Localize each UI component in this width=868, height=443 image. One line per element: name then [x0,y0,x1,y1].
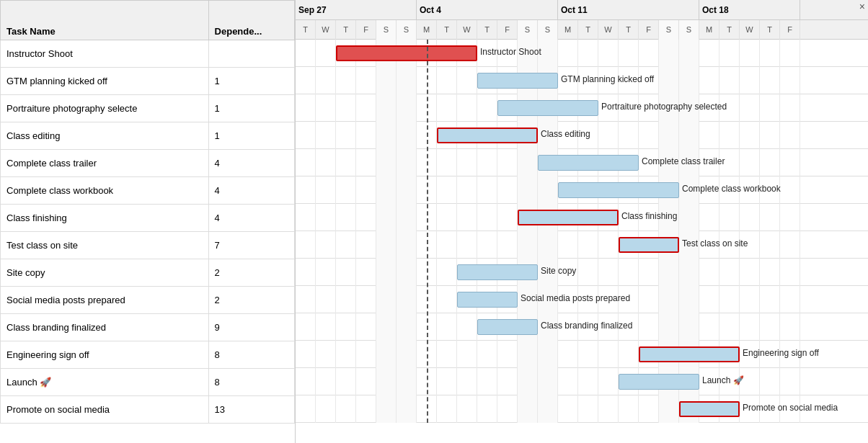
gantt-day-cell [598,341,619,368]
gantt-bar[interactable] [497,100,598,116]
gantt-day-cell [316,149,336,176]
gantt-day-cell [760,368,780,395]
gantt-day-cell [477,176,497,204]
close-button[interactable]: × [859,1,865,12]
gantt-row: Class editing [296,122,868,149]
gantt-day-cell [497,176,518,204]
task-name-cell: Promote on social media [1,396,209,424]
gantt-day-cell [477,341,497,368]
gantt-day-cell [780,122,800,149]
gantt-day-cell [397,94,417,122]
gantt-bar[interactable] [619,374,699,390]
gantt-day-cell [316,368,336,395]
gantt-day-cell [336,231,356,259]
gantt-day-cell [780,259,800,286]
gantt-day-cell [477,368,497,395]
gantt-day-cell [619,259,639,286]
gantt-bar[interactable] [477,319,538,335]
gantt-day-cell [780,40,800,67]
gantt-day-cell [740,286,760,313]
gantt-day-cell [437,67,457,94]
gantt-day-cell [699,67,719,94]
gantt-day-cell [659,67,679,94]
day-header-cell: S [538,20,558,40]
gantt-bar[interactable] [477,73,558,89]
gantt-bar[interactable] [538,155,639,171]
bar-label: Site copy [541,266,576,276]
gantt-row: Promote on social media [296,395,868,423]
gantt-day-cell [296,149,316,176]
gantt-day-cell [740,149,760,176]
day-header-cell: F [639,20,659,40]
gantt-day-cell [578,368,598,395]
gantt-day-cell [659,313,679,341]
gantt-day-cell [740,67,760,94]
gantt-day-cell [659,286,679,313]
gantt-day-cell [598,122,619,149]
gantt-day-cell [356,395,376,423]
gantt-bar[interactable] [336,45,477,61]
gantt-day-cell [639,286,659,313]
task-dep-cell [208,40,294,68]
gantt-day-cell [679,67,699,94]
gantt-day-cell [760,286,780,313]
gantt-day-cell [639,122,659,149]
gantt-bar[interactable] [619,237,679,253]
gantt-day-cell [397,204,417,231]
task-dep-cell: 1 [208,122,294,150]
week-group-Oct-4: Oct 4 [417,0,558,20]
gantt-day-cell [558,368,578,395]
gantt-day-cell [316,67,336,94]
gantt-day-cell [477,395,497,423]
gantt-day-cell [679,286,699,313]
bar-label: Instructor Shoot [480,47,541,57]
gantt-day-cell [397,286,417,313]
gantt-day-cell [296,204,316,231]
gantt-day-cell [376,122,397,149]
gantt-bar[interactable] [437,127,538,143]
gantt-day-cell [719,313,740,341]
gantt-day-cell [578,259,598,286]
bar-label: Test class on site [682,238,748,249]
bar-label: Launch 🚀 [702,375,744,385]
gantt-area: × Sep 27Oct 4Oct 11Oct 18 TWTFSSMTWTFSSM… [296,0,868,443]
gantt-day-cell [437,231,457,259]
gantt-bar[interactable] [558,182,679,198]
gantt-day-cell [356,122,376,149]
gantt-bar[interactable] [639,346,740,362]
day-header-cell: T [477,20,497,40]
gantt-day-cell [538,368,558,395]
gantt-day-cell [780,313,800,341]
gantt-row: Complete class workbook [296,176,868,204]
gantt-day-cell [457,313,477,341]
gantt-day-cell [598,368,619,395]
gantt-day-cell [619,395,639,423]
gantt-day-cell [316,204,336,231]
gantt-day-cell [639,313,659,341]
week-group-Oct-11: Oct 11 [558,0,699,20]
table-row: Test class on site7 [1,232,295,259]
bar-label: Promote on social media [743,403,838,413]
gantt-day-cell [760,40,780,67]
gantt-day-cell [356,286,376,313]
gantt-bar[interactable] [457,292,518,308]
gantt-day-cell [376,176,397,204]
task-dep-cell: 7 [208,232,294,259]
day-header-cell: F [356,20,376,40]
gantt-day-cell [316,395,336,423]
gantt-day-cell [780,231,800,259]
gantt-bar[interactable] [518,210,619,225]
gantt-day-cell [457,341,477,368]
gantt-day-cell [578,395,598,423]
gantt-day-cell [740,122,760,149]
gantt-day-cell [639,259,659,286]
gantt-bar[interactable] [457,264,538,280]
gantt-day-cell [296,67,316,94]
gantt-day-cell [457,67,477,94]
gantt-bar[interactable] [679,401,740,417]
bar-label: Portraiture photography selected [601,102,727,112]
day-header-cell: M [558,20,578,40]
gantt-day-cell [639,40,659,67]
week-label: Oct 18 [699,5,732,15]
gantt-scroll[interactable]: Sep 27Oct 4Oct 11Oct 18 TWTFSSMTWTFSSMTW… [296,0,868,443]
